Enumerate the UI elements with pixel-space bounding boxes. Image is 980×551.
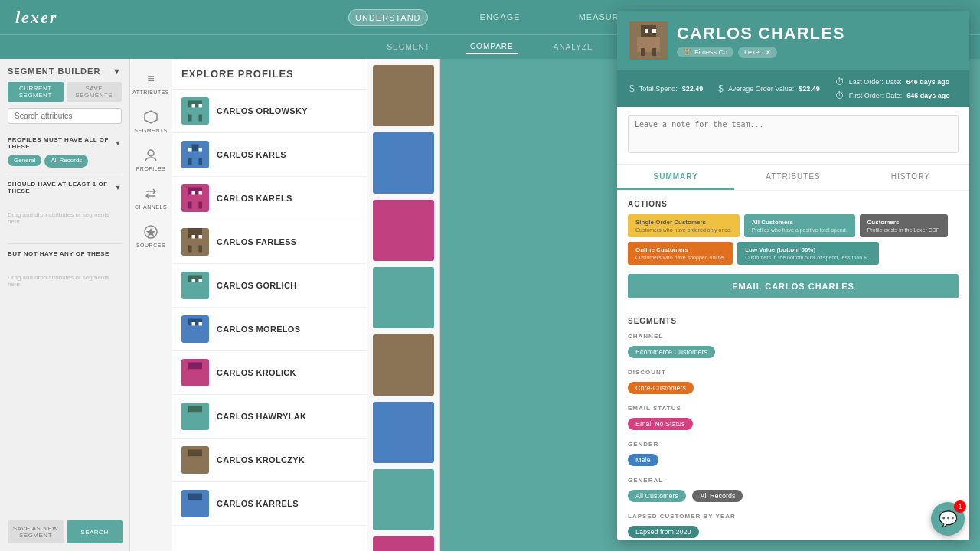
list-item[interactable]: CARLOS FARLESS xyxy=(172,220,367,264)
svg-rect-12 xyxy=(188,148,192,152)
fitness-icon: 🏋 xyxy=(683,48,691,56)
segment-group-general: GENERAL All Customers All Records xyxy=(628,477,959,505)
clock-icon: ⏱ xyxy=(835,90,844,101)
svg-rect-33 xyxy=(185,326,206,337)
tab-summary[interactable]: SUMMARY xyxy=(617,165,734,190)
segments-nav-item[interactable]: SEGMENTS xyxy=(132,105,169,137)
close-icon[interactable]: ✕ xyxy=(765,48,771,57)
segment-group-lapsed: LAPSED CUSTOMER BY YEAR Lapsed from 2020 xyxy=(628,513,959,540)
last-order-value: 646 days ago xyxy=(906,78,950,86)
first-order-stat: ⏱ First Order: Date: 646 days ago xyxy=(835,90,950,101)
sources-icon xyxy=(142,223,159,240)
svg-rect-8 xyxy=(188,115,192,122)
list-item[interactable]: CARLOS KARELS xyxy=(172,177,367,220)
sub-tab-analyze[interactable]: ANALYZE xyxy=(549,41,598,54)
list-item[interactable]: CARLOS KROLICK xyxy=(172,351,367,395)
chat-badge: 1 xyxy=(954,500,966,513)
chat-button[interactable]: 💬 1 xyxy=(931,502,965,536)
channels-label: CHANNELS xyxy=(135,204,167,210)
avatar xyxy=(181,490,209,517)
detail-tags: 🏋 Fitness Co Lexer ✕ xyxy=(677,47,844,58)
attributes-label: ATTRIBUTES xyxy=(132,90,169,95)
note-textarea[interactable] xyxy=(628,115,959,153)
single-order-card[interactable]: Single Order Customers Customers who hav… xyxy=(628,214,740,237)
list-item[interactable]: CARLOS KROLCZYK xyxy=(172,439,367,482)
card-subtitle: Profiles who have a positive total spend… xyxy=(752,227,848,233)
group-label: DISCOUNT xyxy=(628,369,959,376)
segment-pill[interactable]: All Customers xyxy=(628,490,686,502)
profiles-nav-item[interactable]: PROFILES xyxy=(132,143,169,175)
sub-tab-compare[interactable]: COMPARE xyxy=(466,40,518,54)
email-button[interactable]: EMAIL CARLOS CHARLES xyxy=(628,274,959,298)
thumbnail-item xyxy=(373,65,434,126)
sub-tab-segment[interactable]: SEGMENT xyxy=(382,41,434,54)
list-item[interactable]: CARLOS KARRELS xyxy=(172,482,367,526)
segment-pill[interactable]: Ecommerce Customers xyxy=(628,346,715,358)
profile-name: CARLOS KARRELS xyxy=(217,499,299,508)
sources-nav-item[interactable]: SOURCES xyxy=(132,220,169,252)
segment-pill[interactable]: All Records xyxy=(692,490,743,502)
svg-rect-18 xyxy=(192,191,196,195)
segments-icon xyxy=(142,109,159,126)
profile-name: CARLOS HAWRYLAK xyxy=(217,412,306,421)
profile-list-panel: EXPLORE PROFILES CARLOS ORLOWSKY xyxy=(172,59,368,551)
svg-rect-42 xyxy=(188,494,202,500)
customers-card[interactable]: Customers Profile exists in the Lexer CD… xyxy=(860,214,948,237)
online-customers-card[interactable]: Online Customers Customers who have shop… xyxy=(628,242,733,265)
bottom-action-buttons: SAVE AS NEW SEGMENT SEARCH xyxy=(8,520,122,543)
nav-tab-engage[interactable]: ENGAGE xyxy=(474,9,527,26)
tag-lexer[interactable]: Lexer ✕ xyxy=(738,47,777,58)
save-segments-button[interactable]: SAVE SEGMENTS xyxy=(67,82,122,102)
list-item[interactable]: CARLOS HAWRYLAK xyxy=(172,395,367,439)
total-spend-stat: $ Total Spend: $22.49 xyxy=(629,77,703,101)
segment-group-channel: CHANNEL Ecommerce Customers xyxy=(628,333,959,361)
svg-rect-19 xyxy=(199,191,203,195)
attribute-search-input[interactable] xyxy=(8,108,122,124)
avatar xyxy=(181,228,209,256)
segment-group-gender: GENDER Male xyxy=(628,441,959,469)
card-title: Online Customers xyxy=(635,246,725,253)
detail-info: CARLOS CHARLES 🏋 Fitness Co Lexer ✕ xyxy=(677,24,844,58)
segment-builder-panel: SEGMENT BUILDER ▼ CURRENT SEGMENT SAVE S… xyxy=(0,59,130,551)
thumbnail-item xyxy=(373,267,434,328)
stats-row: $ Total Spend: $22.49 $ Average Order Va… xyxy=(617,70,969,107)
group-label: GENDER xyxy=(628,441,959,448)
segment-pill[interactable]: Email No Status xyxy=(628,418,693,430)
nav-tab-understand[interactable]: UNDERSTAND xyxy=(348,9,428,26)
thumbnail-item xyxy=(373,402,434,463)
detail-panel: CARLOS CHARLES 🏋 Fitness Co Lexer ✕ $ To… xyxy=(617,11,969,540)
tab-attributes[interactable]: ATTRIBUTES xyxy=(734,165,851,190)
list-item[interactable]: CARLOS GORLICH xyxy=(172,264,367,308)
save-new-segment-button[interactable]: SAVE AS NEW SEGMENT xyxy=(8,520,64,543)
app-logo: lexer xyxy=(15,8,57,28)
segment-pill[interactable]: Core-Customers xyxy=(628,382,694,394)
tag-fitness: 🏋 Fitness Co xyxy=(677,47,733,57)
segment-pill[interactable]: Lapsed from 2020 xyxy=(628,526,699,538)
clock-icon: ⏱ xyxy=(835,77,844,87)
low-value-card[interactable]: Low Value (bottom 50%) Customers in the … xyxy=(737,242,879,265)
attributes-nav-item[interactable]: ≡ ATTRIBUTES xyxy=(132,67,169,99)
channels-nav-item[interactable]: CHANNELS xyxy=(132,181,169,214)
all-customers-card[interactable]: All Customers Profiles who have a positi… xyxy=(744,214,855,237)
svg-rect-31 xyxy=(199,279,203,282)
svg-rect-50 xyxy=(652,48,656,56)
first-order-value: 646 days ago xyxy=(906,92,950,99)
search-button[interactable]: SEARCH xyxy=(67,520,122,543)
should-have-header: SHOULD HAVE AT LEAST 1 OF THESE ▼ xyxy=(8,181,122,194)
card-title: Low Value (bottom 50%) xyxy=(745,246,871,253)
segments-title: SEGMENTS xyxy=(628,317,959,325)
group-label: GENERAL xyxy=(628,477,959,484)
avatar xyxy=(181,359,209,386)
svg-rect-35 xyxy=(199,322,203,326)
tab-history[interactable]: HISTORY xyxy=(852,165,969,190)
segments-section: SEGMENTS CHANNEL Ecommerce Customers DIS… xyxy=(617,308,969,540)
list-item[interactable]: CARLOS ORLOWSKY xyxy=(172,90,367,133)
not-have-header: BUT NOT HAVE ANY OF THESE xyxy=(8,250,122,257)
svg-rect-6 xyxy=(192,104,196,108)
segment-pill[interactable]: Male xyxy=(628,454,658,466)
current-segment-button[interactable]: CURRENT SEGMENT xyxy=(8,82,64,102)
list-item[interactable]: CARLOS MORELOS xyxy=(172,308,367,351)
detail-tabs: SUMMARY ATTRIBUTES HISTORY xyxy=(617,165,969,191)
list-item[interactable]: CARLOS KARLS xyxy=(172,133,367,177)
not-have-drop-area: Drag and drop attributes or segments her… xyxy=(8,262,122,300)
